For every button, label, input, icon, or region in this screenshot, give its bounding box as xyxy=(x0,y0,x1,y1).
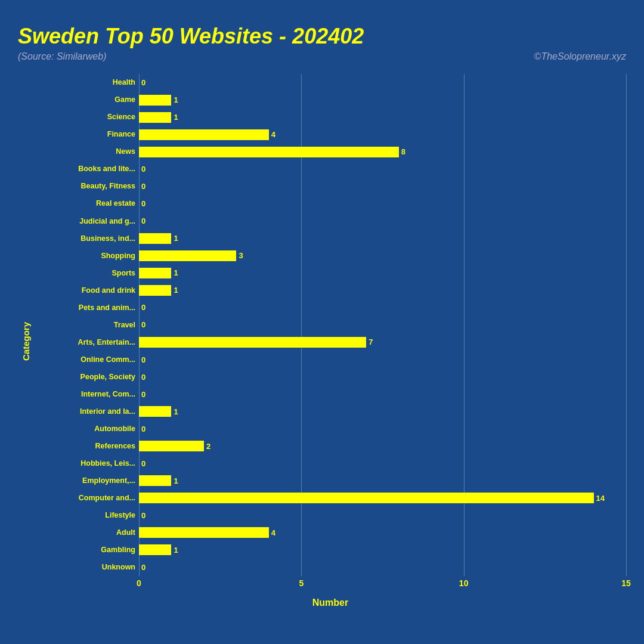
category-label: Game xyxy=(35,96,139,104)
bar-row: 1 xyxy=(139,264,626,281)
bar-row: 0 xyxy=(139,316,626,333)
y-axis-label: Category xyxy=(21,321,32,360)
bar-value-label: 1 xyxy=(174,234,178,243)
bar-row: 4 xyxy=(139,524,626,541)
bar-value-label: 0 xyxy=(141,511,145,520)
category-label: Hobbies, Leis... xyxy=(35,460,139,467)
category-label: Judicial and g... xyxy=(35,218,139,225)
bar-row: 14 xyxy=(139,490,626,507)
category-label: Unknown xyxy=(35,564,139,571)
bar-value-label: 4 xyxy=(271,528,275,537)
bars-plot: 011480000131100700010201140410 xyxy=(139,74,626,576)
x-tick-label: 10 xyxy=(459,578,469,588)
category-label: Internet, Com... xyxy=(35,391,139,398)
bar-value-label: 1 xyxy=(174,95,178,104)
bar-row: 3 xyxy=(139,247,626,264)
category-label: References xyxy=(35,442,139,450)
bar-value-label: 0 xyxy=(141,459,145,468)
bar-row: 0 xyxy=(139,178,626,195)
bar-value-label: 0 xyxy=(141,563,145,572)
category-label: Gambling xyxy=(35,546,139,554)
bar xyxy=(139,441,204,451)
bar-value-label: 1 xyxy=(174,476,178,485)
bar-value-label: 1 xyxy=(174,407,178,416)
bar-row: 7 xyxy=(139,333,626,351)
bar xyxy=(139,112,171,123)
x-tick: 15 xyxy=(621,576,631,588)
bar-row: 1 xyxy=(139,91,626,109)
category-label: Business, ind... xyxy=(35,235,139,243)
bar-row: 0 xyxy=(139,455,626,472)
chart-title: Sweden Top 50 Websites - 202402 xyxy=(18,24,626,49)
bar-row: 4 xyxy=(139,126,626,143)
category-label: News xyxy=(35,148,139,156)
bar xyxy=(139,406,171,417)
grid-line xyxy=(626,74,627,576)
category-label: Online Comm... xyxy=(35,356,139,364)
bar-value-label: 0 xyxy=(141,216,145,225)
bar xyxy=(139,527,269,538)
bar-value-label: 0 xyxy=(141,355,145,364)
bar xyxy=(139,233,171,244)
bar xyxy=(139,129,269,140)
bars-section: HealthGameScienceFinanceNewsBooks and li… xyxy=(35,74,626,576)
x-axis: 051015 xyxy=(139,576,626,594)
bar xyxy=(139,147,399,157)
bar-value-label: 0 xyxy=(141,165,145,174)
bar-row: 1 xyxy=(139,472,626,490)
category-label: Food and drink xyxy=(35,287,139,295)
bar-value-label: 0 xyxy=(141,390,145,399)
bar xyxy=(139,493,594,503)
bar-value-label: 0 xyxy=(141,182,145,191)
bar-row: 0 xyxy=(139,420,626,438)
bar-row: 0 xyxy=(139,351,626,369)
bar-value-label: 0 xyxy=(141,425,145,434)
chart-subtitle: (Source: Similarweb) xyxy=(18,51,106,62)
category-label: Sports xyxy=(35,270,139,277)
category-label: Beauty, Fitness xyxy=(35,182,139,190)
category-labels: HealthGameScienceFinanceNewsBooks and li… xyxy=(35,74,139,576)
bar-row: 1 xyxy=(139,541,626,559)
bar-row: 0 xyxy=(139,160,626,178)
chart-area: Category HealthGameScienceFinanceNewsBoo… xyxy=(18,74,626,608)
category-label: Travel xyxy=(35,321,139,329)
bar-value-label: 1 xyxy=(174,268,178,277)
bar-row: 2 xyxy=(139,438,626,455)
bar-value-label: 1 xyxy=(174,546,178,555)
bar-row: 0 xyxy=(139,507,626,524)
bar-value-label: 1 xyxy=(174,286,178,295)
bar-value-label: 0 xyxy=(141,199,145,208)
bar-value-label: 8 xyxy=(401,147,405,156)
bar-row: 8 xyxy=(139,143,626,160)
bar-row: 0 xyxy=(139,369,626,386)
bar-value-label: 7 xyxy=(369,338,373,346)
bar-value-label: 0 xyxy=(141,373,145,382)
y-axis-label-container: Category xyxy=(18,74,35,608)
bar xyxy=(139,268,171,278)
bar-value-label: 2 xyxy=(206,442,210,451)
bar-value-label: 3 xyxy=(239,251,243,260)
x-tick-label: 0 xyxy=(137,578,141,588)
bar-row: 0 xyxy=(139,74,626,91)
category-label: Automobile xyxy=(35,425,139,433)
bar xyxy=(139,544,171,555)
x-tick: 0 xyxy=(137,576,141,588)
bar-value-label: 0 xyxy=(141,78,145,87)
bar-row: 1 xyxy=(139,230,626,247)
x-tick: 10 xyxy=(459,576,469,588)
bar-row: 1 xyxy=(139,403,626,420)
category-label: Real estate xyxy=(35,200,139,208)
x-tick: 5 xyxy=(299,576,304,588)
x-tick-label: 5 xyxy=(299,578,304,588)
category-label: Shopping xyxy=(35,252,139,260)
category-label: Health xyxy=(35,79,139,86)
chart-inner: HealthGameScienceFinanceNewsBooks and li… xyxy=(35,74,626,608)
bar xyxy=(139,475,171,486)
bar-value-label: 4 xyxy=(271,130,275,139)
category-label: Pets and anim... xyxy=(35,304,139,312)
chart-copyright: ©TheSolopreneur.xyz xyxy=(534,51,626,62)
category-label: Employment,... xyxy=(35,477,139,485)
bar-row: 0 xyxy=(139,299,626,316)
bar-value-label: 1 xyxy=(174,113,178,122)
bar-row: 0 xyxy=(139,386,626,403)
